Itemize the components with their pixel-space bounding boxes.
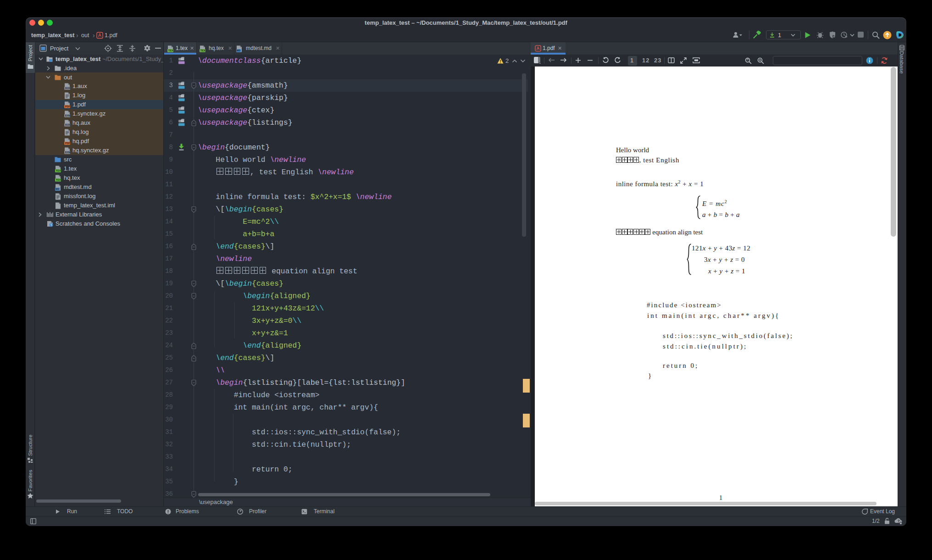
- svg-text:MD: MD: [237, 49, 241, 52]
- svg-text:TEX: TEX: [200, 49, 205, 52]
- svg-text:MD: MD: [55, 188, 60, 190]
- svg-text:AUX: AUX: [65, 87, 70, 89]
- svg-text:SYN: SYN: [65, 114, 70, 117]
- svg-text:?: ?: [897, 519, 900, 523]
- svg-text:PDF: PDF: [65, 142, 70, 144]
- svg-text:TEX: TEX: [56, 169, 61, 172]
- svg-text:TEX: TEX: [56, 178, 61, 181]
- svg-text:SYN: SYN: [65, 151, 70, 154]
- svg-text:AUX: AUX: [65, 123, 70, 126]
- svg-text:PDF: PDF: [65, 105, 70, 108]
- svg-text:TEX: TEX: [168, 49, 173, 52]
